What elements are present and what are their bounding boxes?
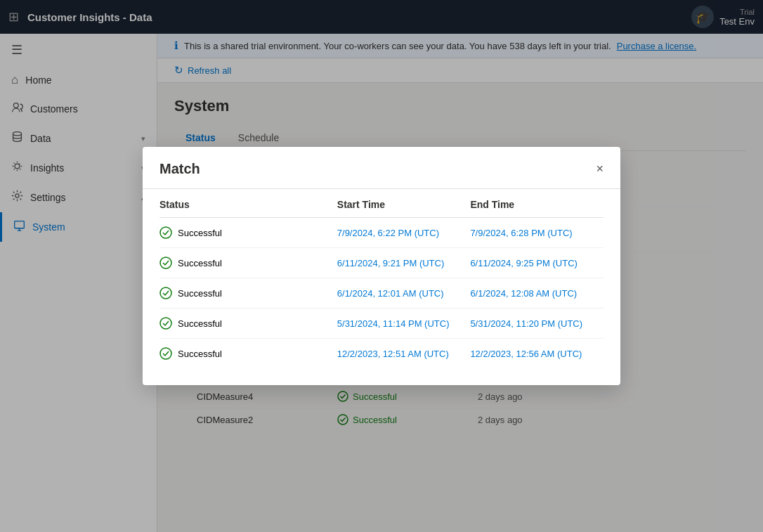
start-time-cell: 7/9/2024, 6:22 PM (UTC) (337, 218, 471, 248)
match-modal: Match × Status Start Time End Time (157, 147, 620, 385)
col-header-status: Status (159, 189, 337, 218)
check-circle-icon (159, 257, 172, 269)
table-row: Successful 12/2/2023, 12:51 AM (UTC) 12/… (159, 339, 604, 369)
main-content: ℹ This is a shared trial environment. Yo… (157, 34, 763, 532)
status-text: Successful (178, 318, 222, 329)
col-header-start: Start Time (337, 189, 471, 218)
modal-body: Status Start Time End Time Successful (157, 189, 620, 385)
svg-point-9 (160, 227, 171, 238)
table-row: Successful 5/31/2024, 11:14 PM (UTC) 5/3… (159, 309, 604, 339)
status-text: Successful (178, 349, 222, 359)
start-time-cell: 6/1/2024, 12:01 AM (UTC) (337, 278, 471, 309)
status-cell: Successful (159, 278, 337, 309)
end-time-cell: 7/9/2024, 6:28 PM (UTC) (470, 218, 604, 248)
svg-point-12 (160, 318, 171, 329)
status-text: Successful (178, 258, 222, 268)
end-time-cell: 5/31/2024, 11:20 PM (UTC) (470, 309, 604, 339)
end-time-cell: 6/11/2024, 9:25 PM (UTC) (470, 248, 604, 278)
table-row: Successful 7/9/2024, 6:22 PM (UTC) 7/9/2… (159, 218, 604, 248)
end-time-cell: 6/1/2024, 12:08 AM (UTC) (470, 278, 604, 309)
status-cell: Successful (159, 309, 337, 339)
col-header-end: End Time (470, 189, 604, 218)
check-circle-icon (159, 347, 172, 360)
check-circle-icon (159, 226, 172, 239)
end-time-cell: 12/2/2023, 12:56 AM (UTC) (470, 339, 604, 369)
svg-point-13 (160, 348, 171, 359)
modal-header: Match × (157, 147, 620, 189)
svg-point-10 (160, 257, 171, 268)
modal-title: Match (159, 161, 200, 177)
status-text: Successful (178, 228, 222, 238)
start-time-cell: 12/2/2023, 12:51 AM (UTC) (337, 339, 471, 369)
start-time-cell: 5/31/2024, 11:14 PM (UTC) (337, 309, 471, 339)
modal-table: Status Start Time End Time Successful (159, 189, 604, 368)
table-row: Successful 6/1/2024, 12:01 AM (UTC) 6/1/… (159, 278, 604, 309)
check-circle-icon (159, 287, 172, 299)
start-time-cell: 6/11/2024, 9:21 PM (UTC) (337, 248, 471, 278)
check-circle-icon (159, 317, 172, 330)
table-row: Successful 6/11/2024, 9:21 PM (UTC) 6/11… (159, 248, 604, 278)
modal-close-button[interactable]: × (596, 162, 604, 176)
svg-point-11 (160, 287, 171, 299)
status-text: Successful (178, 288, 222, 299)
status-cell: Successful (159, 248, 337, 278)
status-cell: Successful (159, 339, 337, 369)
status-cell: Successful (159, 218, 337, 248)
modal-overlay: Match × Status Start Time End Time (157, 34, 763, 532)
